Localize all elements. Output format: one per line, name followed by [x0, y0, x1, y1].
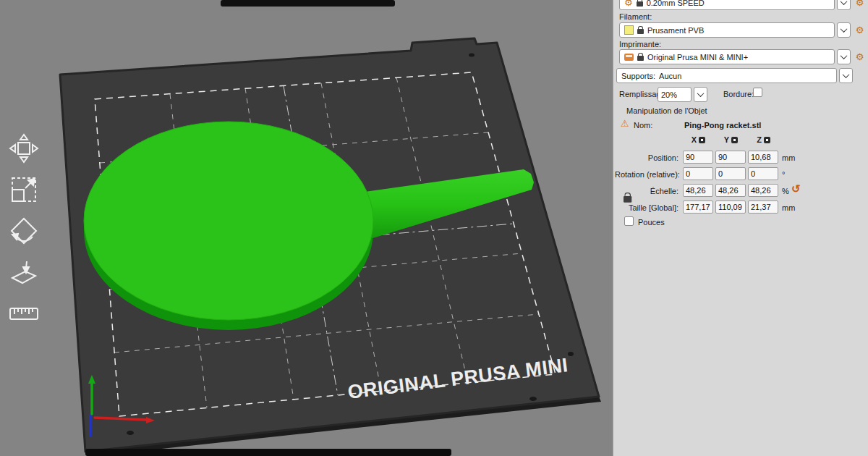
infill-field[interactable]: 20%	[658, 87, 692, 102]
rotation-unit: °	[782, 170, 785, 179]
scale-unit: %	[782, 187, 789, 195]
print-settings-field[interactable]: ⚙ 0.20mm SPEED	[619, 0, 835, 10]
position-y-input[interactable]	[715, 151, 746, 164]
supports-field[interactable]: Supports: Aucun	[616, 68, 837, 83]
scale-x-input[interactable]	[683, 184, 713, 197]
position-unit: mm	[782, 153, 795, 162]
place-on-face-icon	[8, 256, 40, 288]
y-axis-header-icon	[731, 137, 738, 143]
printer-icon	[624, 54, 634, 61]
rotation-x-input[interactable]	[683, 167, 713, 180]
rotation-z-input[interactable]	[748, 167, 778, 180]
scale-y-input[interactable]	[715, 184, 746, 197]
printer-field[interactable]: Original Prusa MINI & MINI+	[619, 49, 835, 64]
position-z-input[interactable]	[748, 151, 778, 164]
printer-combo: Original Prusa MINI & MINI+ ⚙	[619, 49, 867, 64]
brim-checkbox[interactable]	[753, 88, 762, 97]
rotation-y-input[interactable]	[715, 167, 746, 180]
size-unit: mm	[782, 203, 795, 212]
object-name-value: Ping-Pong racket.stl	[684, 121, 761, 130]
rotation-label: Rotation (relative):	[615, 170, 678, 179]
supports-label: Supports:	[621, 72, 655, 80]
chevron-down-icon	[843, 71, 850, 78]
bottom-toolbar-collapsed[interactable]	[85, 449, 451, 456]
infill-combo: 20%	[658, 87, 707, 102]
printer-label: Imprimante:	[619, 40, 661, 48]
rotate-icon	[8, 215, 40, 247]
y-axis-header: Y	[715, 135, 746, 144]
size-x-input[interactable]	[683, 200, 713, 214]
printer-value: Original Prusa MINI & MINI+	[647, 53, 748, 62]
print-settings-icon: ⚙	[624, 0, 633, 7]
x-axis-header-icon	[699, 137, 705, 143]
lock-icon	[637, 1, 643, 7]
warning-icon: ⚠	[621, 119, 629, 128]
filament-color-swatch	[624, 25, 634, 35]
gizmo-toolbar	[6, 130, 42, 332]
gear-icon: ⚙	[856, 52, 864, 62]
infill-value: 20%	[661, 90, 677, 99]
inches-checkbox[interactable]	[624, 216, 634, 226]
y-axis-label: Y	[724, 135, 729, 144]
supports-value: Aucun	[659, 72, 681, 80]
z-axis-header: Z	[748, 135, 779, 144]
size-label: Taille [Global]:	[615, 203, 678, 212]
z-axis-label: Z	[757, 135, 762, 144]
supports-dropdown-button[interactable]	[839, 68, 853, 83]
reset-scale-icon[interactable]: ↺	[791, 183, 801, 194]
manipulation-title: Manipulation de l'Objet	[626, 106, 707, 115]
filament-value: Prusament PVB	[647, 26, 704, 35]
measure-icon	[8, 297, 40, 329]
chevron-down-icon	[841, 52, 848, 59]
printer-dropdown-button[interactable]	[837, 49, 851, 64]
scale-z-input[interactable]	[748, 184, 778, 197]
x-axis-label: X	[692, 135, 697, 144]
inches-label: Pouces	[638, 218, 665, 227]
infill-dropdown-button[interactable]	[694, 87, 707, 102]
lock-icon	[637, 56, 644, 61]
gear-icon: ⚙	[856, 0, 864, 7]
x-axis-header: X	[683, 135, 714, 144]
print-profile-value: 0.20mm SPEED	[647, 0, 705, 7]
size-y-input[interactable]	[715, 200, 746, 214]
place-on-face-tool-button[interactable]	[6, 254, 42, 290]
uniform-scale-lock-icon[interactable]	[624, 196, 631, 203]
filament-combo: Prusament PVB ⚙	[619, 22, 867, 38]
print-settings-dropdown-button[interactable]	[837, 0, 851, 10]
chevron-down-icon	[841, 25, 848, 33]
filament-dropdown-button[interactable]	[837, 22, 851, 38]
racket-blade-top	[84, 122, 373, 320]
size-z-input[interactable]	[748, 200, 778, 214]
lock-icon	[637, 29, 644, 34]
move-tool-button[interactable]	[6, 130, 42, 166]
move-icon	[8, 132, 40, 164]
3d-viewport[interactable]: ORIGINAL PRUSA MINI	[0, 0, 613, 456]
chevron-down-icon	[841, 0, 848, 5]
gear-icon: ⚙	[856, 25, 864, 35]
filament-field[interactable]: Prusament PVB	[619, 22, 835, 38]
top-toolbar-collapsed[interactable]	[221, 0, 395, 7]
z-axis-header-icon	[764, 137, 770, 143]
settings-panel: ⚙ 0.20mm SPEED ⚙ Filament: Prusament PVB…	[613, 0, 868, 456]
scale-tool-button[interactable]	[6, 172, 42, 208]
print-settings-gear-button[interactable]: ⚙	[853, 0, 867, 10]
printer-gear-button[interactable]: ⚙	[853, 49, 867, 64]
filament-label: Filament:	[619, 12, 652, 21]
position-label: Position:	[615, 153, 678, 162]
filament-gear-button[interactable]: ⚙	[853, 22, 867, 38]
position-x-input[interactable]	[683, 151, 713, 164]
rotate-tool-button[interactable]	[6, 213, 42, 249]
supports-combo: Supports: Aucun	[616, 68, 853, 83]
brim-label: Bordure:	[723, 90, 754, 98]
measure-tool-button[interactable]	[6, 295, 42, 332]
scale-icon	[8, 174, 40, 206]
object-name-label: Nom:	[634, 121, 652, 130]
print-settings-combo: ⚙ 0.20mm SPEED ⚙	[619, 0, 867, 10]
chevron-down-icon	[697, 90, 705, 97]
